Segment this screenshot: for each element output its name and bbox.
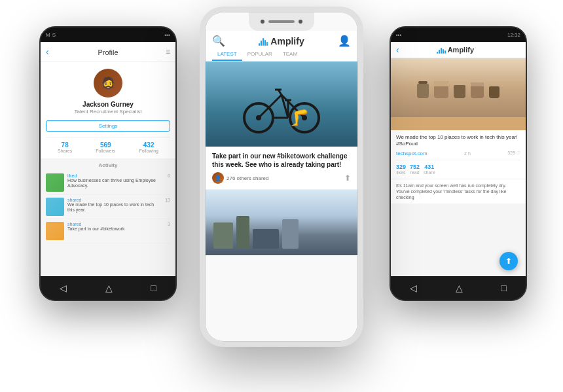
right-card-text: We made the top 10 places to work in tec…: [396, 134, 520, 148]
right-nav-home-icon[interactable]: △: [456, 283, 463, 293]
right-status-bar: ▪▪▪ 12:32: [391, 27, 526, 42]
svg-line-4: [259, 95, 282, 118]
right-amplify-logo: Amplify: [437, 46, 474, 54]
left-signal: ▪▪▪: [164, 32, 170, 38]
right-nav-bar: ◁ △ □: [391, 276, 526, 300]
right-source: techspot.com: [396, 151, 427, 156]
activity-content-3: shared Take part in our #biketowork: [67, 222, 164, 232]
menu-button[interactable]: ≡: [166, 47, 170, 56]
tab-popular[interactable]: POPULAR: [242, 48, 278, 61]
bike-svg: [242, 82, 321, 134]
center-content: 🦵 Take part in our new #biketowork chall…: [206, 62, 357, 338]
camera-dot: [261, 20, 264, 24]
right-likes-stat: 329 likes: [396, 164, 406, 175]
back-button[interactable]: ‹: [46, 46, 49, 57]
phones-container: M S ▪▪▪ ‹ Profile ≡ 🧔 Jackson Gurney Tal…: [0, 0, 563, 392]
shares-stat: 78 Shares: [58, 141, 72, 153]
avatar: 🧔: [94, 69, 122, 98]
phone-center: 🔍 Amplify 👤 LATEST: [200, 7, 363, 347]
left-status-bar: M S ▪▪▪: [41, 27, 175, 42]
right-signal: ▪▪▪: [396, 32, 402, 38]
right-hero-image: [391, 58, 526, 130]
followers-stat: 569 Followers: [96, 141, 115, 153]
right-meta: techspot.com 2 h 329 ♡: [396, 151, 520, 156]
shares-num: 78: [58, 141, 72, 149]
left-nav-bar: ◁ △ □: [41, 276, 175, 300]
right-likes-stat-label: likes: [396, 170, 406, 175]
right-share-stat: 431 share: [424, 164, 435, 175]
profile-header: ‹ Profile ≡: [41, 42, 175, 62]
following-stat: 432 Following: [139, 141, 158, 153]
card-title: Take part in our new #biketowork challen…: [212, 152, 351, 169]
center-app-bar: 🔍 Amplify 👤 LATEST: [206, 31, 357, 62]
right-nav-recent-icon[interactable]: □: [501, 283, 506, 293]
followers-label: Followers: [96, 149, 115, 153]
left-icon-m: M: [46, 32, 50, 38]
following-label: Following: [139, 149, 158, 153]
followers-num: 569: [96, 141, 115, 149]
activity-num-3: 3: [168, 222, 170, 226]
tab-latest[interactable]: LATEST: [212, 48, 242, 61]
stats-row: 78 Shares 569 Followers 432 Following: [46, 137, 170, 153]
left-screen: ‹ Profile ≡ 🧔 Jackson Gurney Talent Recr…: [41, 42, 175, 276]
following-num: 432: [139, 141, 158, 149]
tab-team[interactable]: TEAM: [278, 48, 302, 61]
profile-title: Profile: [98, 48, 118, 56]
speaker: [268, 20, 295, 23]
heart-icon: ♡: [517, 151, 520, 155]
hero-image: 🦵: [206, 62, 357, 147]
right-read-stat-label: read: [410, 170, 420, 175]
activity-thumb-3: [46, 222, 64, 240]
activity-text-1: How businesses can thrive using Employee…: [67, 178, 164, 189]
share-fab-button[interactable]: ⬆: [499, 252, 518, 270]
activity-thumb-1: [46, 173, 64, 192]
right-nav-back-icon[interactable]: ◁: [410, 283, 417, 293]
phone-left: M S ▪▪▪ ‹ Profile ≡ 🧔 Jackson Gurney Tal…: [39, 26, 177, 301]
nav-back-icon[interactable]: ◁: [60, 283, 67, 293]
activity-num-2: 13: [165, 198, 170, 202]
shared-avatars: 👤: [212, 172, 224, 184]
nav-home-icon[interactable]: △: [105, 283, 113, 293]
list-item: shared Take part in our #biketowork 3: [46, 219, 170, 243]
right-screen: ‹ Amplify: [391, 42, 526, 276]
activity-text-3: Take part in our #biketowork: [67, 226, 164, 232]
activity-num-1: 6: [168, 173, 170, 178]
profile-name: Jackson Gurney: [46, 101, 170, 108]
cups-visual: [391, 58, 526, 130]
center-tabs: LATEST POPULAR TEAM: [212, 48, 351, 61]
right-back-button[interactable]: ‹: [396, 45, 399, 55]
activity-content-1: liked How businesses can thrive using Em…: [67, 173, 164, 189]
nav-recent-icon[interactable]: □: [151, 283, 156, 293]
amplify-logo: Amplify: [259, 36, 304, 46]
activity-section: Activity liked How businesses can thrive…: [41, 158, 175, 243]
share-icon[interactable]: ⬆: [344, 173, 351, 183]
amplify-name: Amplify: [270, 36, 304, 46]
right-share-stat-num: 431: [424, 164, 435, 170]
right-likes-stat-num: 329: [396, 164, 406, 170]
left-icon-s: S: [52, 32, 56, 38]
center-top-row: 🔍 Amplify 👤: [212, 33, 351, 48]
shared-text: 276 others shared: [227, 175, 269, 181]
right-share-stat-label: share: [424, 170, 435, 175]
center-search-icon[interactable]: 🔍: [212, 35, 225, 47]
right-time: 12:32: [507, 32, 520, 38]
activity-action-2: shared: [67, 198, 162, 202]
shares-label: Shares: [58, 149, 72, 153]
right-stats: 329 likes 752 read 431 share: [396, 160, 520, 175]
right-time-ago: 2 h: [464, 151, 471, 156]
phone-right: ▪▪▪ 12:32 ‹ Amplify: [390, 26, 527, 301]
profile-job-title: Talent Recruitment Specialist: [46, 109, 170, 115]
settings-button[interactable]: Settings: [46, 120, 170, 132]
activity-thumb-2: [46, 198, 64, 216]
center-profile-icon[interactable]: 👤: [338, 35, 351, 47]
second-image: [206, 190, 357, 255]
right-card: We made the top 10 places to work in tec…: [391, 130, 526, 179]
right-likes: 329 ♡: [507, 151, 520, 156]
right-app-bar: ‹ Amplify: [391, 42, 526, 58]
right-body-text: It's 11am and your screen well has run c…: [391, 179, 526, 204]
card-meta: 👤 276 others shared ⬆: [212, 172, 351, 184]
amplify-bars-icon: [259, 37, 268, 46]
activity-content-2: shared We made the top 10 places to work…: [67, 198, 162, 213]
list-item: liked How businesses can thrive using Em…: [46, 171, 170, 195]
activity-action-1: liked: [67, 173, 164, 178]
